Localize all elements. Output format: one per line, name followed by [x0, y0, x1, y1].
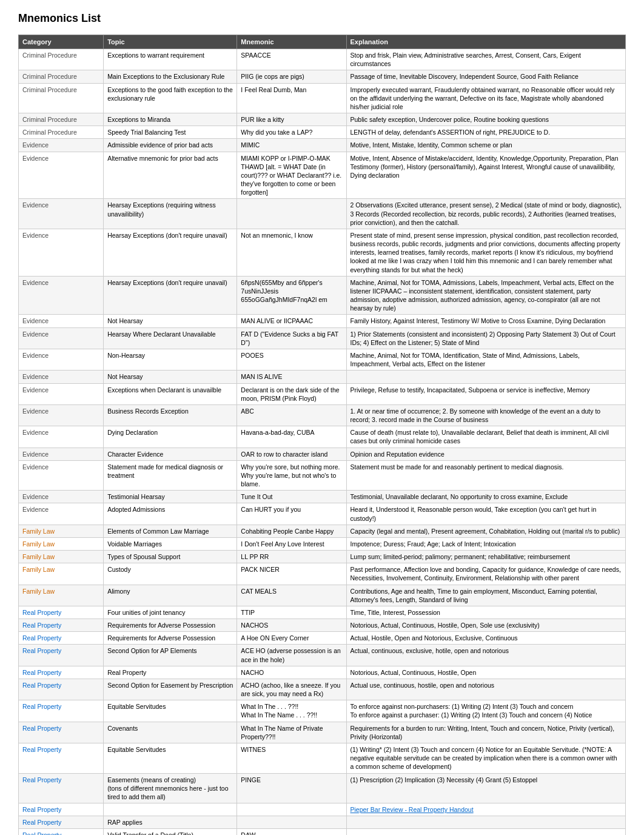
cell-mnemonic: Tune It Out: [237, 491, 346, 503]
cell-category: Criminal Procedure: [19, 49, 104, 70]
cell-mnemonic: I Feel Real Dumb, Man: [237, 83, 346, 113]
cell-category: Family Law: [19, 537, 104, 550]
cell-topic: Speedy Trial Balancing Test: [104, 126, 237, 139]
table-row: Criminal ProcedureExceptions to the good…: [19, 83, 626, 113]
table-row: Real PropertyEasements (means of creatin…: [19, 773, 626, 803]
cell-mnemonic: MIAMI KOPP or I-PIMP-O-MAK THAWD [alt. =…: [237, 152, 346, 199]
cell-explanation: 1. At or near time of occurrence; 2. By …: [346, 404, 625, 426]
cell-topic: Admissible evidence of prior bad acts: [104, 139, 237, 152]
cell-explanation: Opinion and Reputation evidence: [346, 448, 625, 460]
cell-category: Evidence: [19, 371, 104, 383]
cell-mnemonic: Why you're sore, but nothing more. Why y…: [237, 460, 346, 491]
table-row: Criminal ProcedureExceptions to warrant …: [19, 49, 626, 70]
table-row: Real PropertyEquitable ServitudesWITNES(…: [19, 743, 626, 774]
cell-category: Real Property: [19, 666, 104, 679]
cell-mnemonic: TTIP: [237, 606, 346, 619]
table-row: Family LawVoidable MarriagesI Don't Feel…: [19, 537, 626, 550]
cell-explanation: Statement must be made for and reasonabl…: [346, 460, 625, 491]
table-row: EvidenceAdopted AdmissionsCan HURT you i…: [19, 503, 626, 525]
cell-explanation: Past performance, Affection love and bon…: [346, 563, 625, 585]
cell-mnemonic: Havana-a-bad-day, CUBA: [237, 426, 346, 448]
cell-topic: Equitable Servitudes: [104, 700, 237, 722]
cell-category: Real Property: [19, 619, 104, 632]
cell-explanation: Actual use, continuous, hostile, open an…: [346, 679, 625, 700]
cell-topic: Alternative mnemonic for prior bad acts: [104, 152, 237, 199]
col-header-mnemonic: Mnemonic: [237, 35, 346, 49]
cell-topic: Statement made for medical diagnosis or …: [104, 460, 237, 491]
cell-explanation: Privilege, Refuse to testify, Incapacita…: [346, 383, 625, 404]
cell-mnemonic: Not an mnemonic, I know: [237, 229, 346, 276]
cell-topic: Easements (means of creating) (tons of d…: [104, 773, 237, 803]
table-row: EvidenceHearsay Exceptions (requiring wi…: [19, 199, 626, 229]
cell-topic: Hearsay Exceptions (don't require unavai…: [104, 276, 237, 315]
cell-topic: Valid Transfer of a Deed (Title): [104, 829, 237, 835]
cell-topic: Second Option for Easement by Prescripti…: [104, 679, 237, 700]
table-row: EvidenceAlternative mnemonic for prior b…: [19, 152, 626, 199]
page-title: Mnemonics List: [18, 12, 626, 25]
cell-explanation: Pieper Bar Review - Real Property Handou…: [346, 803, 625, 816]
table-row: EvidenceNot HearsayMAN ALIVE or IICPAAAC…: [19, 315, 626, 327]
cell-mnemonic: PUR like a kitty: [237, 113, 346, 126]
cell-topic: Equitable Servitudes: [104, 743, 237, 774]
cell-category: Evidence: [19, 383, 104, 404]
table-row: Real PropertyFour unities of joint tenan…: [19, 606, 626, 619]
cell-mnemonic: CAT MEALS: [237, 585, 346, 606]
cell-topic: Main Exceptions to the Exclusionary Rule: [104, 70, 237, 83]
cell-explanation: Public safety exception, Undercover poli…: [346, 113, 625, 126]
cell-category: Evidence: [19, 349, 104, 370]
cell-mnemonic: ACHO (achoo, like a sneeze. If you are s…: [237, 679, 346, 700]
cell-topic: Exceptions to warrant requirement: [104, 49, 237, 70]
cell-category: Real Property: [19, 722, 104, 743]
cell-mnemonic: Declarant is on the dark side of the moo…: [237, 383, 346, 404]
cell-topic: Non-Hearsay: [104, 349, 237, 370]
cell-category: Real Property: [19, 816, 104, 829]
cell-category: Family Law: [19, 525, 104, 537]
cell-category: Real Property: [19, 606, 104, 619]
cell-mnemonic: WITNES: [237, 743, 346, 774]
col-header-topic: Topic: [104, 35, 237, 49]
cell-topic: Second Option for AP Elements: [104, 645, 237, 666]
cell-category: Evidence: [19, 152, 104, 199]
cell-category: Evidence: [19, 199, 104, 229]
table-row: Real PropertySecond Option for Easement …: [19, 679, 626, 700]
col-header-category: Category: [19, 35, 104, 49]
cell-topic: RAP applies: [104, 816, 237, 829]
table-row: EvidenceNot HearsayMAN IS ALIVE: [19, 371, 626, 383]
table-row: EvidenceStatement made for medical diagn…: [19, 460, 626, 491]
cell-topic: Requirements for Adverse Possession: [104, 632, 237, 645]
cell-category: Real Property: [19, 700, 104, 722]
table-row: EvidenceDying DeclarationHavana-a-bad-da…: [19, 426, 626, 448]
cell-category: Real Property: [19, 679, 104, 700]
cell-explanation: Heard it, Understood it, Reasonable pers…: [346, 503, 625, 525]
cell-mnemonic: [237, 199, 346, 229]
cell-category: Evidence: [19, 448, 104, 460]
cell-category: Criminal Procedure: [19, 70, 104, 83]
table-row: Family LawElements of Common Law Marriag…: [19, 525, 626, 537]
pieper-link[interactable]: Pieper Bar Review - Real Property Handou…: [351, 806, 474, 813]
cell-explanation: (1) Prescription (2) Implication (3) Nec…: [346, 773, 625, 803]
cell-mnemonic: POOES: [237, 349, 346, 370]
cell-topic: Exceptions to Miranda: [104, 113, 237, 126]
table-row: EvidenceHearsay Exceptions (don't requir…: [19, 276, 626, 315]
cell-mnemonic: What In The Name of Private Property??!!: [237, 722, 346, 743]
cell-mnemonic: DAW: [237, 829, 346, 835]
cell-explanation: (1) Writing* (2) Intent (3) Touch and co…: [346, 743, 625, 774]
table-row: Real PropertyRequirements for Adverse Po…: [19, 632, 626, 645]
table-row: EvidenceCharacter EvidenceOAR to row to …: [19, 448, 626, 460]
cell-topic: Elements of Common Law Marriage: [104, 525, 237, 537]
cell-mnemonic: I Don't Feel Any Love Interest: [237, 537, 346, 550]
cell-topic: Covenants: [104, 722, 237, 743]
cell-topic: Character Evidence: [104, 448, 237, 460]
cell-explanation: 1) Prior Statements (consistent and inco…: [346, 327, 625, 349]
table-row: Real PropertyRAP applies: [19, 816, 626, 829]
cell-explanation: [346, 829, 625, 835]
cell-mnemonic: Can HURT you if you: [237, 503, 346, 525]
table-row: Family LawAlimonyCAT MEALSContributions,…: [19, 585, 626, 606]
cell-explanation: Present state of mind, present sense imp…: [346, 229, 625, 276]
cell-explanation: Lump sum; limited-period; palimony; perm…: [346, 551, 625, 563]
cell-topic: Not Hearsay: [104, 315, 237, 327]
table-row: EvidenceHearsay Where Declarant Unavaila…: [19, 327, 626, 349]
cell-mnemonic: MAN ALIVE or IICPAAAC: [237, 315, 346, 327]
cell-category: Real Property: [19, 743, 104, 774]
table-row: Real PropertyValid Transfer of a Deed (T…: [19, 829, 626, 835]
